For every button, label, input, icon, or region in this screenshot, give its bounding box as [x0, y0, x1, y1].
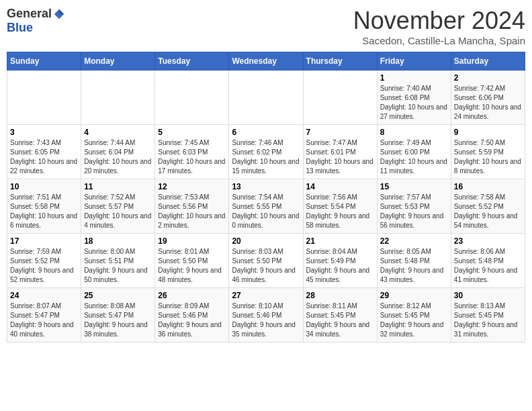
day-number: 27	[232, 291, 300, 300]
calendar-cell: 11Sunrise: 7:52 AMSunset: 5:57 PMDayligh…	[81, 179, 155, 234]
svg-marker-1	[59, 9, 64, 13]
calendar-week-2: 3Sunrise: 7:43 AMSunset: 6:05 PMDaylight…	[7, 125, 525, 179]
calendar-table: SundayMondayTuesdayWednesdayThursdayFrid…	[7, 52, 525, 342]
calendar-cell: 10Sunrise: 7:51 AMSunset: 5:58 PMDayligh…	[7, 179, 81, 234]
calendar-cell: 12Sunrise: 7:53 AMSunset: 5:56 PMDayligh…	[155, 179, 229, 234]
logo-general-text: General	[7, 7, 52, 21]
calendar-cell: 19Sunrise: 8:01 AMSunset: 5:50 PMDayligh…	[155, 234, 229, 288]
calendar-header: SundayMondayTuesdayWednesdayThursdayFrid…	[7, 52, 525, 71]
calendar-cell: 24Sunrise: 8:07 AMSunset: 5:47 PMDayligh…	[7, 288, 81, 342]
calendar-cell	[7, 71, 81, 125]
title-section: November 2024 Sacedon, Castille-La Manch…	[353, 7, 525, 46]
calendar-cell: 7Sunrise: 7:47 AMSunset: 6:01 PMDaylight…	[303, 125, 377, 179]
calendar-cell: 26Sunrise: 8:09 AMSunset: 5:46 PMDayligh…	[155, 288, 229, 342]
calendar-cell: 20Sunrise: 8:03 AMSunset: 5:50 PMDayligh…	[229, 234, 303, 288]
logo-icon	[53, 8, 65, 20]
day-number: 11	[84, 182, 152, 191]
weekday-header-tuesday: Tuesday	[155, 52, 229, 71]
calendar-week-4: 17Sunrise: 7:59 AMSunset: 5:52 PMDayligh…	[7, 234, 525, 288]
day-number: 24	[10, 291, 78, 300]
weekday-header-wednesday: Wednesday	[229, 52, 303, 71]
calendar-cell: 17Sunrise: 7:59 AMSunset: 5:52 PMDayligh…	[7, 234, 81, 288]
calendar-cell: 16Sunrise: 7:58 AMSunset: 5:52 PMDayligh…	[451, 179, 525, 234]
day-number: 20	[232, 236, 300, 246]
calendar-cell: 13Sunrise: 7:54 AMSunset: 5:55 PMDayligh…	[229, 179, 303, 234]
weekday-header-monday: Monday	[81, 52, 155, 71]
day-info: Sunrise: 7:57 AMSunset: 5:53 PMDaylight:…	[380, 193, 448, 230]
day-info: Sunrise: 8:03 AMSunset: 5:50 PMDaylight:…	[232, 247, 300, 285]
day-number: 3	[10, 128, 78, 137]
calendar-cell	[81, 71, 155, 125]
calendar-cell: 2Sunrise: 7:42 AMSunset: 6:06 PMDaylight…	[451, 71, 525, 125]
calendar-cell: 1Sunrise: 7:40 AMSunset: 6:08 PMDaylight…	[377, 71, 451, 125]
day-number: 15	[380, 182, 448, 191]
calendar-cell: 23Sunrise: 8:06 AMSunset: 5:48 PMDayligh…	[451, 234, 525, 288]
calendar-body: 1Sunrise: 7:40 AMSunset: 6:08 PMDaylight…	[7, 71, 525, 342]
day-info: Sunrise: 7:42 AMSunset: 6:06 PMDaylight:…	[454, 84, 522, 122]
page-header: General Blue November 2024 Sacedon, Cast…	[7, 7, 525, 46]
day-info: Sunrise: 8:01 AMSunset: 5:50 PMDaylight:…	[158, 247, 226, 285]
calendar-cell: 8Sunrise: 7:49 AMSunset: 6:00 PMDaylight…	[377, 125, 451, 179]
day-info: Sunrise: 7:47 AMSunset: 6:01 PMDaylight:…	[306, 138, 374, 176]
location-text: Sacedon, Castille-La Mancha, Spain	[353, 35, 525, 46]
logo-blue-text: Blue	[7, 21, 33, 35]
calendar-cell: 6Sunrise: 7:46 AMSunset: 6:02 PMDaylight…	[229, 125, 303, 179]
calendar-week-1: 1Sunrise: 7:40 AMSunset: 6:08 PMDaylight…	[7, 71, 525, 125]
calendar-cell	[303, 71, 377, 125]
day-info: Sunrise: 8:11 AMSunset: 5:45 PMDaylight:…	[306, 302, 374, 339]
day-info: Sunrise: 7:58 AMSunset: 5:52 PMDaylight:…	[454, 193, 522, 230]
day-info: Sunrise: 7:50 AMSunset: 5:59 PMDaylight:…	[454, 138, 522, 176]
day-info: Sunrise: 7:44 AMSunset: 6:04 PMDaylight:…	[84, 138, 152, 176]
day-number: 23	[454, 236, 522, 246]
day-info: Sunrise: 7:53 AMSunset: 5:56 PMDaylight:…	[158, 193, 226, 230]
calendar-cell: 22Sunrise: 8:05 AMSunset: 5:48 PMDayligh…	[377, 234, 451, 288]
calendar-cell: 9Sunrise: 7:50 AMSunset: 5:59 PMDaylight…	[451, 125, 525, 179]
day-info: Sunrise: 7:54 AMSunset: 5:55 PMDaylight:…	[232, 193, 300, 230]
logo: General Blue	[7, 7, 65, 35]
day-info: Sunrise: 8:12 AMSunset: 5:45 PMDaylight:…	[380, 302, 448, 339]
day-info: Sunrise: 8:13 AMSunset: 5:45 PMDaylight:…	[454, 302, 522, 339]
day-number: 29	[380, 291, 448, 300]
calendar-week-5: 24Sunrise: 8:07 AMSunset: 5:47 PMDayligh…	[7, 288, 525, 342]
day-number: 2	[454, 73, 522, 83]
day-number: 26	[158, 291, 226, 300]
calendar-cell	[155, 71, 229, 125]
calendar-cell: 21Sunrise: 8:04 AMSunset: 5:49 PMDayligh…	[303, 234, 377, 288]
calendar-cell: 27Sunrise: 8:10 AMSunset: 5:46 PMDayligh…	[229, 288, 303, 342]
day-info: Sunrise: 8:10 AMSunset: 5:46 PMDaylight:…	[232, 302, 300, 339]
day-info: Sunrise: 8:04 AMSunset: 5:49 PMDaylight:…	[306, 247, 374, 285]
day-number: 18	[84, 236, 152, 246]
day-number: 14	[306, 182, 374, 191]
day-number: 6	[232, 128, 300, 137]
weekday-header-friday: Friday	[377, 52, 451, 71]
calendar-cell: 30Sunrise: 8:13 AMSunset: 5:45 PMDayligh…	[451, 288, 525, 342]
weekday-header-saturday: Saturday	[451, 52, 525, 71]
month-title: November 2024	[353, 7, 525, 35]
day-number: 1	[380, 73, 448, 83]
day-info: Sunrise: 8:07 AMSunset: 5:47 PMDaylight:…	[10, 302, 78, 339]
day-info: Sunrise: 7:52 AMSunset: 5:57 PMDaylight:…	[84, 193, 152, 230]
day-info: Sunrise: 8:08 AMSunset: 5:47 PMDaylight:…	[84, 302, 152, 339]
calendar-cell	[229, 71, 303, 125]
day-number: 28	[306, 291, 374, 300]
day-info: Sunrise: 7:56 AMSunset: 5:54 PMDaylight:…	[306, 193, 374, 230]
day-info: Sunrise: 8:05 AMSunset: 5:48 PMDaylight:…	[380, 247, 448, 285]
day-number: 30	[454, 291, 522, 300]
calendar-cell: 28Sunrise: 8:11 AMSunset: 5:45 PMDayligh…	[303, 288, 377, 342]
weekday-header-sunday: Sunday	[7, 52, 81, 71]
day-info: Sunrise: 8:09 AMSunset: 5:46 PMDaylight:…	[158, 302, 226, 339]
day-number: 25	[84, 291, 152, 300]
day-info: Sunrise: 7:43 AMSunset: 6:05 PMDaylight:…	[10, 138, 78, 176]
day-info: Sunrise: 7:40 AMSunset: 6:08 PMDaylight:…	[380, 84, 448, 122]
day-info: Sunrise: 8:00 AMSunset: 5:51 PMDaylight:…	[84, 247, 152, 285]
weekday-row: SundayMondayTuesdayWednesdayThursdayFrid…	[7, 52, 525, 71]
day-number: 17	[10, 236, 78, 246]
day-number: 21	[306, 236, 374, 246]
day-info: Sunrise: 7:51 AMSunset: 5:58 PMDaylight:…	[10, 193, 78, 230]
day-number: 4	[84, 128, 152, 137]
day-info: Sunrise: 7:45 AMSunset: 6:03 PMDaylight:…	[158, 138, 226, 176]
day-info: Sunrise: 7:46 AMSunset: 6:02 PMDaylight:…	[232, 138, 300, 176]
day-info: Sunrise: 8:06 AMSunset: 5:48 PMDaylight:…	[454, 247, 522, 285]
calendar-cell: 29Sunrise: 8:12 AMSunset: 5:45 PMDayligh…	[377, 288, 451, 342]
day-info: Sunrise: 7:49 AMSunset: 6:00 PMDaylight:…	[380, 138, 448, 176]
